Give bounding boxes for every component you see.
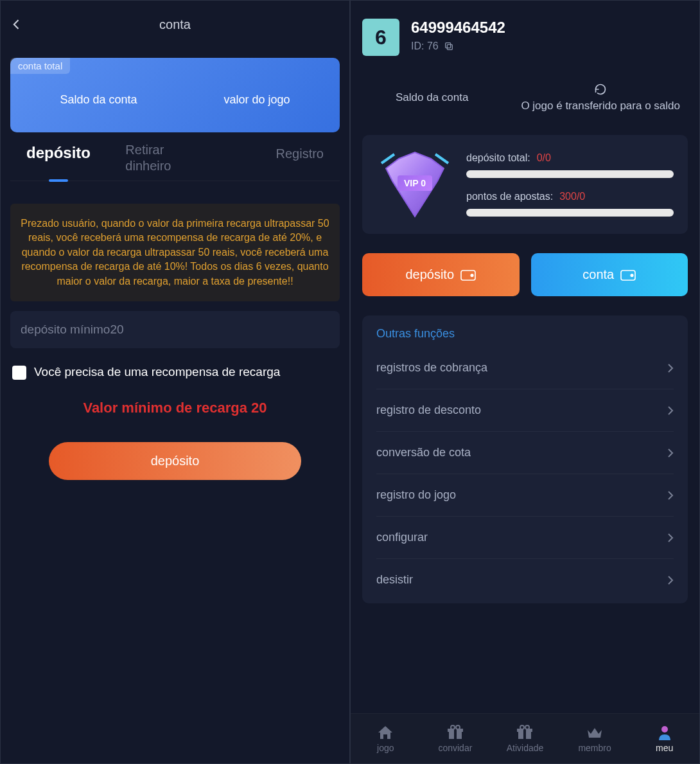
bet-points-value: 300/0: [559, 191, 585, 202]
username: 64999464542: [411, 19, 505, 37]
nav-member[interactable]: membro: [560, 714, 630, 763]
balance-transfer-row: Saldo da conta O jogo é transferido para…: [351, 64, 699, 125]
bottom-nav: jogo convidar Atividade membro meu: [351, 713, 699, 763]
home-icon: [377, 725, 394, 740]
tab-register[interactable]: Registro: [225, 142, 324, 174]
refresh-icon[interactable]: [594, 83, 607, 96]
svg-point-9: [451, 725, 455, 729]
reward-checkbox-label: Você precisa de uma recompensa de recarg…: [34, 364, 280, 380]
func-label: configurar: [376, 531, 428, 544]
deposit-progress-bar: [466, 170, 674, 178]
svg-point-15: [525, 725, 529, 729]
account-button[interactable]: conta: [531, 253, 688, 296]
nav-label: meu: [656, 743, 673, 753]
header: conta: [1, 1, 349, 48]
func-label: conversão de cota: [376, 446, 471, 459]
tab-withdraw[interactable]: Retirar dinheiro: [125, 142, 224, 174]
tab-deposit[interactable]: depósito: [26, 142, 125, 174]
func-quota-conversion[interactable]: conversão de cota: [376, 432, 674, 474]
vip-card: VIP 0 depósito total: 0/0 pontos de apos…: [362, 135, 688, 234]
gift-icon: [447, 725, 464, 740]
func-game-record[interactable]: registro do jogo: [376, 474, 674, 517]
nav-label: jogo: [377, 743, 394, 753]
vip-level-badge: VIP 0: [398, 175, 432, 191]
points-progress-bar: [466, 209, 674, 217]
nav-activity[interactable]: Atividade: [490, 714, 560, 763]
tab-bar: depósito Retirar dinheiro Registro: [10, 142, 340, 181]
svg-point-3: [471, 274, 473, 276]
func-quit[interactable]: desistir: [376, 559, 674, 601]
transfer-label: O jogo é transferido para o saldo: [521, 100, 680, 112]
svg-rect-13: [523, 729, 526, 739]
min-recharge-warning: Valor mínimo de recarga 20: [1, 400, 349, 416]
chevron-right-icon: [667, 363, 674, 373]
other-functions-title: Outras funções: [376, 327, 674, 341]
chevron-right-icon: [667, 490, 674, 501]
deposit-button[interactable]: depósito: [362, 253, 520, 296]
back-icon[interactable]: [10, 18, 23, 31]
deposit-screen: conta conta total Saldo da conta valor d…: [0, 0, 350, 764]
func-label: registros de cobrança: [376, 361, 487, 375]
crown-icon: [586, 725, 603, 740]
account-balance-label: Saldo da conta: [396, 91, 468, 104]
balance-label-game: valor do jogo: [223, 93, 290, 107]
func-label: registro do jogo: [376, 488, 456, 502]
avatar[interactable]: 6: [362, 19, 399, 56]
action-buttons: depósito conta: [351, 244, 699, 306]
svg-point-16: [661, 726, 668, 733]
nav-invite[interactable]: convidar: [421, 714, 491, 763]
svg-rect-8: [454, 729, 457, 739]
func-billing-records[interactable]: registros de cobrança: [376, 347, 674, 389]
balance-label-account: Saldo da conta: [60, 93, 137, 107]
balance-card: conta total Saldo da conta valor do jogo: [10, 58, 340, 132]
other-functions-panel: Outras funções registros de cobrança reg…: [362, 315, 688, 603]
func-label: registro de desconto: [376, 404, 481, 417]
checkbox-icon[interactable]: [12, 366, 26, 380]
func-configure[interactable]: configurar: [376, 517, 674, 559]
total-deposit-label: depósito total:: [466, 152, 530, 164]
wallet-icon: [620, 269, 636, 281]
copy-icon[interactable]: [444, 41, 454, 51]
nav-label: membro: [578, 743, 611, 753]
chevron-right-icon: [667, 405, 674, 416]
chevron-right-icon: [667, 575, 674, 585]
chevron-right-icon: [667, 533, 674, 543]
svg-point-5: [631, 274, 633, 276]
profile-screen: 6 64999464542 ID: 76 Saldo da conta O jo…: [350, 0, 700, 764]
svg-rect-1: [445, 43, 450, 48]
page-title: conta: [1, 17, 349, 32]
user-id: ID: 76: [411, 40, 439, 52]
wallet-icon: [460, 269, 476, 281]
person-icon: [656, 725, 673, 740]
deposit-button-label: depósito: [405, 267, 454, 282]
func-label: desistir: [376, 573, 413, 587]
nav-label: Atividade: [507, 743, 544, 753]
reward-checkbox-row[interactable]: Você precisa de uma recompensa de recarg…: [1, 358, 349, 387]
promo-banner: Prezado usuário, quando o valor da prime…: [10, 204, 340, 301]
svg-point-14: [520, 725, 524, 729]
deposit-submit-button[interactable]: depósito: [49, 442, 301, 480]
deposit-amount-input[interactable]: depósito mínimo20: [10, 311, 340, 348]
nav-mine[interactable]: meu: [629, 714, 699, 763]
func-discount-record[interactable]: registro de desconto: [376, 389, 674, 432]
nav-game[interactable]: jogo: [351, 714, 421, 763]
chevron-right-icon: [667, 448, 674, 458]
svg-point-10: [456, 725, 460, 729]
balance-tag: conta total: [10, 58, 70, 74]
profile-header: 6 64999464542 ID: 76: [351, 1, 699, 64]
tab-withdraw-line1: Retirar: [125, 143, 164, 157]
account-button-label: conta: [582, 267, 614, 282]
gift-icon: [516, 725, 533, 740]
bet-points-label: pontos de apostas:: [466, 191, 553, 202]
nav-label: convidar: [438, 743, 472, 753]
total-deposit-value: 0/0: [537, 152, 551, 164]
vip-badge: VIP 0: [376, 149, 453, 220]
svg-rect-0: [447, 44, 452, 49]
tab-withdraw-line2: dinheiro: [125, 159, 171, 173]
